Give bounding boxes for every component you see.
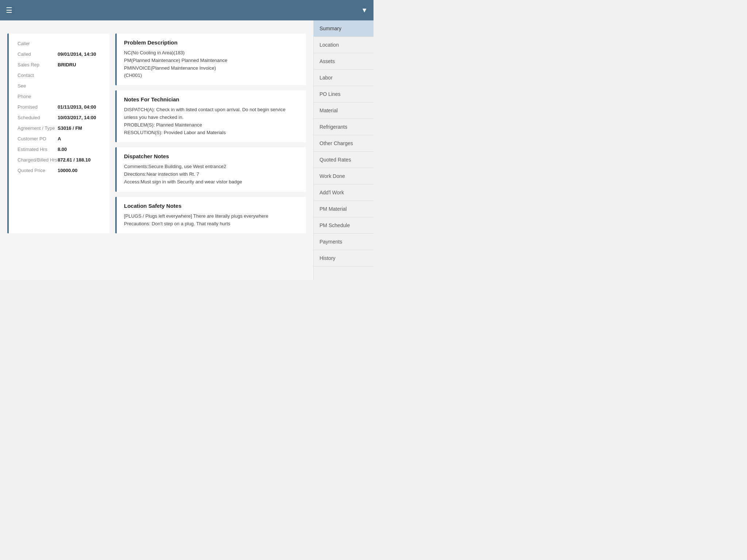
card-body: [PLUGS / Plugs left everywhere] There ar… — [124, 213, 299, 228]
sidebar-item-quoted-rates[interactable]: Quoted Rates — [314, 152, 374, 168]
summary-left-panel: CallerCalled09/01/2014, 14:30Sales RepBR… — [7, 34, 109, 233]
field-row: Contact — [18, 73, 101, 78]
content-area: CallerCalled09/01/2014, 14:30Sales RepBR… — [0, 20, 313, 280]
field-value: BRIDRU — [58, 62, 76, 67]
sidebar-item-summary[interactable]: Summary — [314, 20, 374, 37]
card-dispatcher-notes: Dispatcher NotesComments:Secure Building… — [115, 147, 306, 191]
sidebar-item-location[interactable]: Location — [314, 37, 374, 53]
sidebar-item-history[interactable]: History — [314, 250, 374, 267]
field-row: Estimated Hrs8.00 — [18, 147, 101, 152]
card-body: NC(No Cooling in Area)(183) PM(Planned M… — [124, 49, 299, 79]
field-row: Caller — [18, 41, 101, 46]
field-label: Estimated Hrs — [18, 147, 58, 152]
field-row: Scheduled10/03/2017, 14:00 — [18, 115, 101, 120]
field-value: 09/01/2014, 14:30 — [58, 51, 96, 57]
sidebar-item-pm-schedule[interactable]: PM Schedule — [314, 217, 374, 234]
sidebar-item-work-done[interactable]: Work Done — [314, 168, 374, 184]
field-value: A — [58, 136, 61, 141]
sidebar-item-refrigerants[interactable]: Refrigerants — [314, 119, 374, 135]
field-label: Phone — [18, 94, 58, 99]
sidebar-item-material[interactable]: Material — [314, 102, 374, 119]
field-row: Sales RepBRIDRU — [18, 62, 101, 67]
field-label: Promised — [18, 104, 58, 110]
sidebar-item-payments[interactable]: Payments — [314, 234, 374, 250]
field-label: Agreement / Type — [18, 125, 58, 131]
field-label: See — [18, 83, 58, 89]
field-value: 10000.00 — [58, 168, 77, 173]
card-title: Location Safety Notes — [124, 203, 299, 209]
sidebar: SummaryLocationAssetsLaborPO LinesMateri… — [313, 20, 374, 280]
field-label: Quoted Price — [18, 168, 58, 173]
field-value: 8.00 — [58, 147, 67, 152]
card-body: Comments:Secure Building, use West entra… — [124, 163, 299, 186]
field-row: Customer POA — [18, 136, 101, 141]
field-label: Caller — [18, 41, 58, 46]
field-row: Quoted Price10000.00 — [18, 168, 101, 173]
card-problem-description: Problem DescriptionNC(No Cooling in Area… — [115, 34, 306, 85]
sidebar-item-assets[interactable]: Assets — [314, 53, 374, 70]
header: ☰ ▼ — [0, 0, 374, 20]
card-title: Notes For Technician — [124, 96, 299, 102]
field-label: Called — [18, 51, 58, 57]
card-title: Problem Description — [124, 39, 299, 46]
sidebar-item-other-charges[interactable]: Other Charges — [314, 135, 374, 152]
card-title: Dispatcher Notes — [124, 153, 299, 159]
field-row: Agreement / TypeS3016 / FM — [18, 125, 101, 131]
field-label: Scheduled — [18, 115, 58, 120]
card-notes-for-technician: Notes For TechnicianDISPATCH(A): Check i… — [115, 90, 306, 142]
field-label: Customer PO — [18, 136, 58, 141]
sidebar-item-addl-work[interactable]: Add'l Work — [314, 184, 374, 201]
field-value: 10/03/2017, 14:00 — [58, 115, 96, 120]
sidebar-item-pm-material[interactable]: PM Material — [314, 201, 374, 217]
main-layout: CallerCalled09/01/2014, 14:30Sales RepBR… — [0, 20, 374, 280]
dropdown-icon[interactable]: ▼ — [361, 7, 368, 14]
summary-right-panel: Problem DescriptionNC(No Cooling in Area… — [115, 34, 306, 233]
field-label: Contact — [18, 73, 58, 78]
field-label: Charged/Billed Hrs — [18, 157, 58, 163]
sidebar-item-labor[interactable]: Labor — [314, 70, 374, 86]
two-column-layout: CallerCalled09/01/2014, 14:30Sales RepBR… — [7, 34, 306, 233]
field-row: See — [18, 83, 101, 89]
field-value: 872.61 / 188.10 — [58, 157, 90, 163]
field-row: Charged/Billed Hrs872.61 / 188.10 — [18, 157, 101, 163]
menu-icon[interactable]: ☰ — [6, 6, 12, 15]
field-row: Phone — [18, 94, 101, 99]
field-row: Promised01/11/2013, 04:00 — [18, 104, 101, 110]
field-value: S3016 / FM — [58, 125, 82, 131]
field-value: 01/11/2013, 04:00 — [58, 104, 96, 110]
card-body: DISPATCH(A): Check in with listed contac… — [124, 106, 299, 136]
field-row: Called09/01/2014, 14:30 — [18, 51, 101, 57]
field-label: Sales Rep — [18, 62, 58, 67]
sidebar-item-po-lines[interactable]: PO Lines — [314, 86, 374, 102]
card-location-safety-notes: Location Safety Notes[PLUGS / Plugs left… — [115, 197, 306, 234]
